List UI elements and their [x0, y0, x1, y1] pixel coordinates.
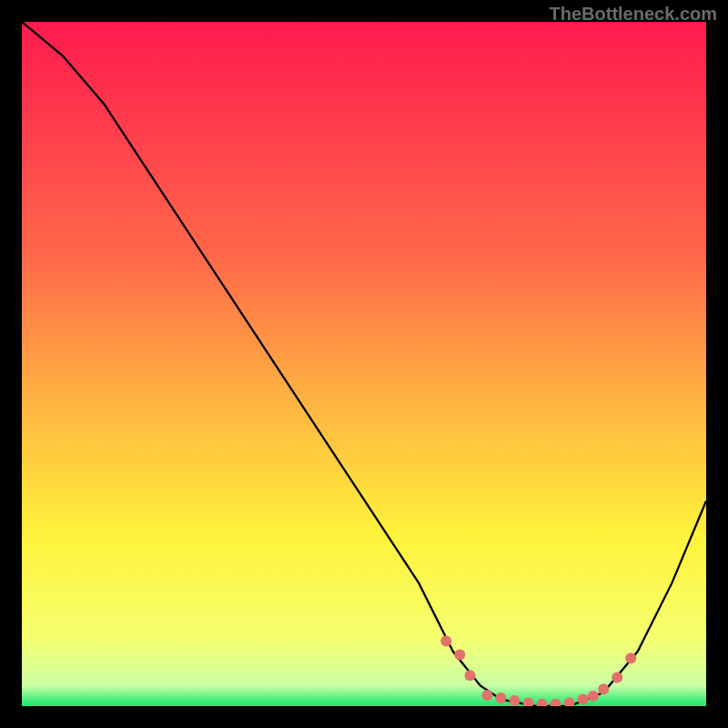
highlight-dot [588, 691, 599, 702]
highlight-dot [578, 693, 589, 704]
highlight-dot [551, 699, 561, 706]
highlight-dot [598, 683, 609, 694]
highlight-dot [440, 636, 451, 647]
highlight-dot [454, 650, 465, 661]
highlight-dot [481, 690, 492, 701]
highlight-dot [612, 672, 622, 682]
watermark-text: TheBottleneck.com [550, 4, 717, 25]
highlight-dot [522, 698, 533, 706]
chart-container: TheBottleneck.com [0, 0, 728, 728]
plot-area [22, 22, 706, 706]
highlight-dot [564, 697, 575, 706]
highlight-dot [465, 670, 476, 681]
highlight-dot [625, 652, 636, 663]
highlight-dot [509, 695, 520, 706]
bottleneck-curve [22, 22, 706, 706]
highlight-dot [537, 699, 548, 706]
highlight-dot [495, 693, 506, 703]
